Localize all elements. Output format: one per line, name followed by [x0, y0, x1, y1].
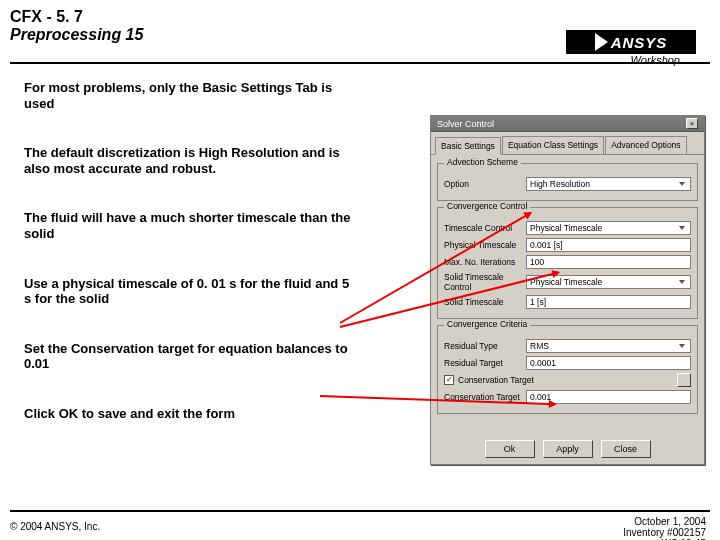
residual-target-input[interactable]: 0.0001 — [526, 356, 691, 370]
residual-type-label: Residual Type — [444, 341, 526, 351]
copyright: © 2004 ANSYS, Inc. — [10, 521, 100, 532]
timescale-control-combo[interactable]: Physical Timescale — [526, 221, 691, 235]
bullet-3: The fluid will have a much shorter times… — [24, 210, 354, 241]
dialog-button-bar: Ok Apply Close — [431, 440, 704, 458]
close-button[interactable]: Close — [601, 440, 651, 458]
workshop-label: Workshop — [630, 54, 680, 66]
bullet-4: Use a physical timescale of 0. 01 s for … — [24, 276, 354, 307]
advection-option-combo[interactable]: High Resolution — [526, 177, 691, 191]
slide-header: CFX - 5. 7 Preprocessing 15 ANSYS — [10, 8, 710, 64]
close-icon[interactable]: × — [686, 118, 698, 129]
physical-timescale-input[interactable]: 0.001 [s] — [526, 238, 691, 252]
logo-triangle-icon — [595, 33, 608, 51]
tab-advanced-options[interactable]: Advanced Options — [605, 136, 686, 154]
slide-title-line1: CFX - 5. 7 — [10, 8, 710, 26]
logo-text: ANSYS — [611, 34, 668, 51]
conservation-target-check-label: Conservation Target — [458, 375, 534, 385]
footer-date: October 1, 2004 — [623, 516, 706, 527]
dialog-panel: Advection Scheme Option High Resolution … — [431, 155, 704, 424]
solid-timescale-control-combo[interactable]: Physical Timescale — [526, 275, 691, 289]
footer-inventory: Inventory #002157 — [623, 527, 706, 538]
advection-scheme-label: Advection Scheme — [444, 157, 521, 167]
conservation-expand-button[interactable] — [677, 373, 691, 387]
tab-basic-settings[interactable]: Basic Settings — [435, 137, 501, 155]
residual-target-label: Residual Target — [444, 358, 526, 368]
dialog-title: Solver Control — [437, 119, 494, 129]
slide-body-text: For most problems, only the Basic Settin… — [24, 80, 354, 456]
residual-type-combo[interactable]: RMS — [526, 339, 691, 353]
solid-timescale-input[interactable]: 1 [s] — [526, 295, 691, 309]
slide-footer: © 2004 ANSYS, Inc. October 1, 2004 Inven… — [10, 510, 710, 534]
dialog-tabs: Basic Settings Equation Class Settings A… — [431, 132, 704, 155]
conservation-target-checkbox[interactable]: ✓ — [444, 375, 454, 385]
bullet-1: For most problems, only the Basic Settin… — [24, 80, 354, 111]
bullet-2: The default discretization is High Resol… — [24, 145, 354, 176]
convergence-criteria-label: Convergence Criteria — [444, 319, 530, 329]
physical-timescale-label: Physical Timescale — [444, 240, 526, 250]
convergence-control-label: Convergence Control — [444, 201, 530, 211]
timescale-control-label: Timescale Control — [444, 223, 526, 233]
dialog-titlebar: Solver Control × — [431, 116, 704, 132]
tab-equation-class[interactable]: Equation Class Settings — [502, 136, 604, 154]
advection-scheme-group: Advection Scheme Option High Resolution — [437, 163, 698, 201]
option-label: Option — [444, 179, 526, 189]
max-iterations-label: Max. No. Iterations — [444, 257, 526, 267]
footer-right: October 1, 2004 Inventory #002157 WS 12-… — [623, 516, 706, 540]
bullet-6: Click OK to save and exit the form — [24, 406, 354, 422]
solver-control-dialog: Solver Control × Basic Settings Equation… — [430, 115, 705, 465]
ansys-logo: ANSYS — [566, 30, 696, 54]
bullet-5: Set the Conservation target for equation… — [24, 341, 354, 372]
max-iterations-input[interactable]: 100 — [526, 255, 691, 269]
ok-button[interactable]: Ok — [485, 440, 535, 458]
convergence-control-group: Convergence Control Timescale Control Ph… — [437, 207, 698, 319]
apply-button[interactable]: Apply — [543, 440, 593, 458]
